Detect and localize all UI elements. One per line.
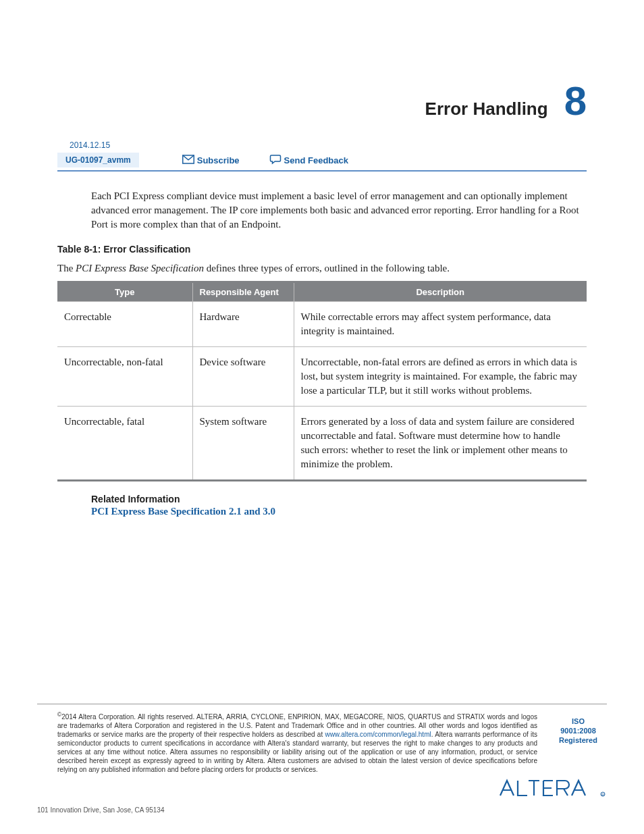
table-caption: Table 8-1: Error Classification xyxy=(57,244,587,255)
related-heading: Related Information xyxy=(91,494,587,504)
table-intro-em: PCI Express Base Specification xyxy=(76,263,204,273)
col-header-type: Type xyxy=(57,282,192,302)
svg-text:R: R xyxy=(601,793,604,797)
chapter-number: 8 xyxy=(564,81,587,122)
meta-block: 2014.12.15 UG-01097_avmm Subscribe Send … xyxy=(57,140,587,172)
cell-desc: Errors generated by a loss of data and s… xyxy=(294,407,587,481)
related-link-pci-spec[interactable]: PCI Express Base Specification 2.1 and 3… xyxy=(91,506,587,517)
doc-id-badge[interactable]: UG-01097_avmm xyxy=(57,153,139,167)
meta-links-row: UG-01097_avmm Subscribe Send Feedback xyxy=(57,153,587,172)
iso-line3: Registered xyxy=(549,735,607,745)
cell-type: Correctable xyxy=(57,302,192,347)
subscribe-label: Subscribe xyxy=(197,155,240,165)
table-row: Uncorrectable, fatal System software Err… xyxy=(57,407,587,481)
iso-badge[interactable]: ISO 9001:2008 Registered xyxy=(549,711,607,746)
mail-icon xyxy=(182,154,194,167)
cell-type: Uncorrectable, non-fatal xyxy=(57,347,192,407)
error-classification-table: Type Responsible Agent Description Corre… xyxy=(57,281,587,481)
chapter-title: Error Handling xyxy=(425,99,548,120)
col-header-agent: Responsible Agent xyxy=(192,282,294,302)
col-header-desc: Description xyxy=(294,282,587,302)
table-row: Uncorrectable, non-fatal Device software… xyxy=(57,347,587,407)
cell-type: Uncorrectable, fatal xyxy=(57,407,192,481)
page-footer: ©2014 Altera Corporation. All rights res… xyxy=(37,704,607,814)
speech-bubble-icon xyxy=(269,154,281,167)
cell-agent: System software xyxy=(192,407,294,481)
related-information: Related Information PCI Express Base Spe… xyxy=(91,494,587,517)
logo-row: R xyxy=(37,778,607,801)
chapter-header: Error Handling 8 xyxy=(57,81,587,122)
footer-address: 101 Innovation Drive, San Jose, CA 95134 xyxy=(37,806,607,814)
feedback-label: Send Feedback xyxy=(284,155,348,165)
table-header-row: Type Responsible Agent Description xyxy=(57,282,587,302)
table-intro-pre: The xyxy=(57,263,76,273)
doc-date: 2014.12.15 xyxy=(57,140,587,150)
intro-paragraph: Each PCI Express compliant device must i… xyxy=(91,189,587,232)
iso-line1: ISO xyxy=(549,716,607,726)
cell-agent: Hardware xyxy=(192,302,294,347)
cell-desc: While correctable errors may affect syst… xyxy=(294,302,587,347)
table-intro-post: defines three types of errors, outlined … xyxy=(204,263,450,273)
cell-desc: Uncorrectable, non-fatal errors are defi… xyxy=(294,347,587,407)
cell-agent: Device software xyxy=(192,347,294,407)
feedback-link[interactable]: Send Feedback xyxy=(269,154,348,167)
table-row: Correctable Hardware While correctable e… xyxy=(57,302,587,347)
subscribe-link[interactable]: Subscribe xyxy=(182,154,240,167)
altera-logo-icon: R xyxy=(499,778,607,801)
legal-text: ©2014 Altera Corporation. All rights res… xyxy=(37,711,537,774)
legal-url-link[interactable]: www.altera.com/common/legal.html xyxy=(325,731,431,738)
iso-line2: 9001:2008 xyxy=(549,726,607,735)
table-intro: The PCI Express Base Specification defin… xyxy=(57,261,587,276)
